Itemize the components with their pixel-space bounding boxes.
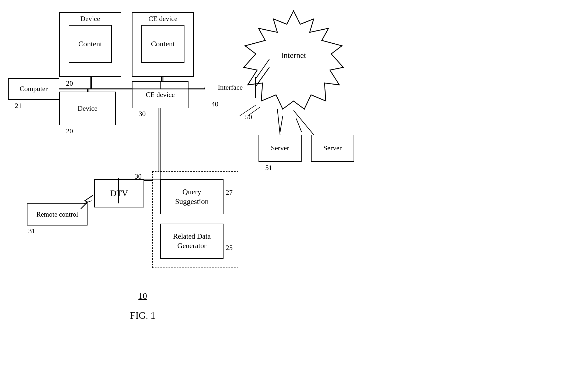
svg-text:Internet: Internet: [281, 51, 306, 60]
diagram-number: 10: [116, 291, 170, 301]
internet-label-50: 50: [245, 113, 252, 121]
server1-number: 51: [265, 164, 272, 172]
dtv-number: 30: [135, 172, 142, 181]
content-top-inner: Content: [69, 25, 112, 63]
related-data-number: 25: [226, 244, 233, 252]
server1-label: Server: [271, 144, 289, 152]
device-mid-number: 20: [66, 127, 73, 135]
content-ce-text: Content: [151, 40, 175, 48]
device-top-label: Device: [80, 15, 100, 23]
svg-line-11: [280, 116, 283, 132]
content-top-text: Content: [78, 40, 102, 48]
related-data-label: Related DataGenerator: [173, 232, 211, 251]
interface-number: 40: [211, 100, 218, 108]
fig-label-text: FIG. 1: [130, 310, 155, 321]
ce-device-top-box: CE device Content: [132, 12, 194, 77]
diagram: Device Content 20 CE device Content 30 C…: [0, 0, 562, 392]
internet-burst: Internet: [242, 8, 345, 110]
device-top-number: 20: [66, 79, 73, 88]
computer-label: Computer: [20, 85, 48, 93]
dtv-box: DTV: [94, 179, 144, 207]
ce-device-mid-number: 30: [139, 110, 146, 118]
diagram-number-text: 10: [138, 291, 147, 301]
svg-marker-17: [244, 11, 343, 109]
device-mid-label: Device: [78, 105, 97, 113]
svg-line-28: [294, 110, 314, 135]
ce-device-mid-box: CE device: [132, 81, 189, 108]
content-ce-inner: Content: [141, 25, 184, 63]
query-suggestion-box: QuerySuggestion: [160, 179, 224, 214]
svg-line-27: [277, 109, 280, 135]
server1-box: Server: [259, 135, 302, 162]
remote-control-label: Remote control: [36, 211, 78, 218]
interface-label: Interface: [218, 84, 243, 92]
ce-device-top-label: CE device: [148, 15, 177, 23]
dtv-label: DTV: [110, 188, 128, 198]
query-suggestion-label: QuerySuggestion: [175, 187, 208, 207]
device-top-box: Device Content: [59, 12, 121, 77]
server2-box: Server: [311, 135, 354, 162]
svg-line-12: [296, 119, 302, 132]
query-suggestion-number: 27: [226, 189, 233, 197]
remote-control-number: 31: [28, 227, 35, 235]
device-mid-box: Device: [59, 92, 116, 125]
lightning-bolt: [78, 194, 100, 210]
server2-label: Server: [323, 144, 342, 152]
fig-label: FIG. 1: [102, 310, 183, 321]
computer-number: 21: [15, 102, 22, 110]
related-data-box: Related DataGenerator: [160, 224, 224, 259]
ce-device-mid-label: CE device: [146, 91, 175, 99]
computer-box: Computer: [8, 78, 59, 100]
